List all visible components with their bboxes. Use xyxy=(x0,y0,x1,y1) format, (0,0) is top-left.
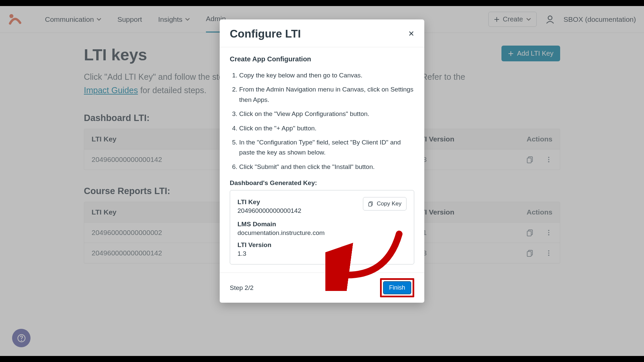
lti-version-value: 1.3 xyxy=(237,250,407,257)
lms-domain-value: documentation.instructure.com xyxy=(237,229,407,237)
list-item: Copy the key below and then go to Canvas… xyxy=(239,70,414,80)
copy-key-button[interactable]: Copy Key xyxy=(363,197,407,210)
close-icon[interactable]: ✕ xyxy=(408,29,414,38)
list-item: From the Admin Navigation menu in Canvas… xyxy=(239,84,414,105)
list-item: Click on the "View App Configurations" b… xyxy=(239,109,414,119)
modal-subtitle: Create App Configuration xyxy=(230,55,414,63)
generated-key-label: Dashboard's Generated Key: xyxy=(230,179,414,187)
list-item: In the "Configuration Type" field, selec… xyxy=(239,137,414,158)
lti-version-label: LTI Version xyxy=(237,241,407,249)
step-indicator: Step 2/2 xyxy=(230,284,254,292)
lti-key-value: 204960000000000142 xyxy=(237,207,301,215)
key-card: LTI Key 204960000000000142 Copy Key LMS … xyxy=(230,190,414,264)
lti-key-label: LTI Key xyxy=(237,198,301,206)
svg-rect-20 xyxy=(369,203,372,206)
list-item: Click on the "+ App" button. xyxy=(239,123,414,133)
instruction-list: Copy the key below and then go to Canvas… xyxy=(230,70,414,172)
lms-domain-label: LMS Domain xyxy=(237,221,407,228)
modal-title: Configure LTI xyxy=(230,27,301,40)
configure-lti-modal: Configure LTI ✕ Create App Configuration… xyxy=(220,19,424,303)
copy-icon xyxy=(368,201,373,206)
finish-button[interactable]: Finish xyxy=(383,281,411,294)
finish-highlight: Finish xyxy=(380,278,414,297)
list-item: Click "Submit" and then click the "Insta… xyxy=(239,162,414,172)
